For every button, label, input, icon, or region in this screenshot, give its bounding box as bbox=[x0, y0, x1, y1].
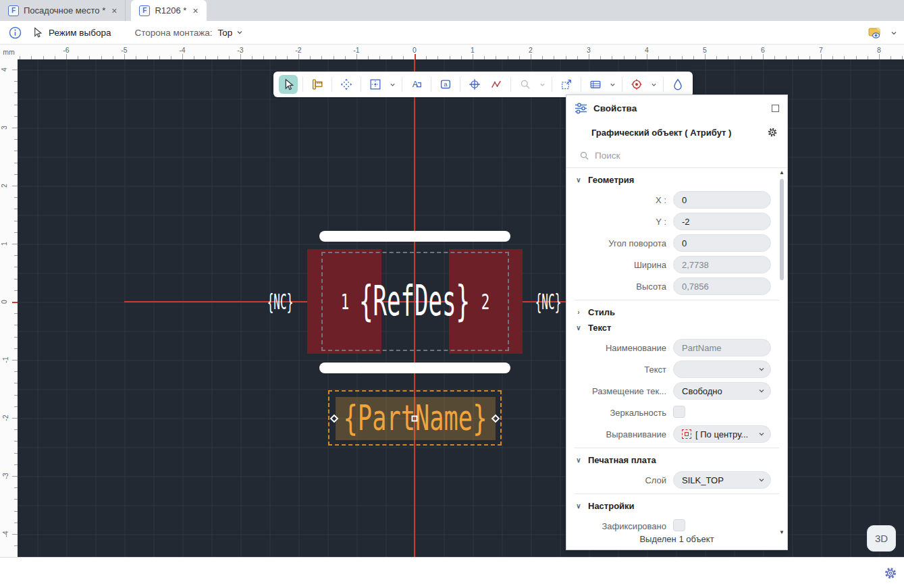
close-tab-icon[interactable]: × bbox=[110, 5, 118, 16]
ruler-tick-label: 3 bbox=[587, 46, 591, 54]
ruler-tick-label: -4 bbox=[179, 46, 185, 54]
refdes-attribute[interactable]: {RefDes} bbox=[359, 276, 470, 325]
attribute-tool[interactable]: a bbox=[436, 75, 455, 94]
info-icon[interactable] bbox=[9, 26, 22, 39]
expand-selection-tool[interactable] bbox=[557, 75, 576, 94]
silkscreen-line-bottom[interactable] bbox=[319, 363, 510, 373]
nc-label-right[interactable]: {NC} bbox=[535, 289, 562, 315]
placement-dropdown[interactable]: Свободно bbox=[673, 382, 771, 400]
section-geometry[interactable]: ∨Геометрия bbox=[566, 168, 787, 189]
layer-label: Слой bbox=[566, 475, 673, 485]
drill-center-tool[interactable] bbox=[627, 75, 646, 94]
text-tool[interactable]: A bbox=[407, 75, 426, 94]
height-input bbox=[673, 277, 771, 295]
section-board[interactable]: ∨Печатная плата bbox=[566, 448, 787, 469]
selected-object-type: Графический объект ( Атрибут ) bbox=[591, 128, 767, 138]
region-tool[interactable] bbox=[366, 75, 385, 94]
mirror-tool[interactable] bbox=[487, 75, 506, 94]
select-mode-icon bbox=[31, 26, 43, 38]
ruler-tick-label: 8 bbox=[877, 46, 881, 54]
origin-tool[interactable] bbox=[465, 75, 484, 94]
align-dropdown[interactable]: [ По центру... bbox=[673, 425, 771, 443]
footprint-doc-icon: F bbox=[139, 5, 150, 16]
toolbar-separator bbox=[361, 77, 361, 92]
y-input[interactable] bbox=[673, 213, 771, 230]
document-tabbar: F Посадочное место * × F R1206 * × bbox=[0, 0, 904, 21]
zoom-menu-chevron[interactable] bbox=[537, 75, 547, 94]
toolbar-separator bbox=[460, 77, 460, 92]
region-menu-chevron[interactable] bbox=[388, 75, 397, 94]
ruler-tick-label: 2 bbox=[0, 184, 8, 188]
chevron-down-icon[interactable] bbox=[890, 30, 897, 36]
ruler-tick-label: -1 bbox=[353, 46, 359, 54]
gear-icon[interactable] bbox=[767, 127, 778, 138]
display-options-icon[interactable] bbox=[868, 26, 882, 40]
toolbar-separator bbox=[331, 77, 332, 92]
svg-text:A: A bbox=[413, 79, 419, 89]
ruler-tick-label: -6 bbox=[63, 46, 69, 54]
chevron-down-icon[interactable] bbox=[236, 29, 243, 36]
scroll-up-icon[interactable]: ▲ bbox=[778, 169, 786, 176]
panel-title: Свойства bbox=[593, 103, 772, 113]
properties-sliders-icon bbox=[575, 103, 587, 114]
tab-r1206[interactable]: F R1206 * × bbox=[131, 0, 206, 21]
ruler-tick-label: -3 bbox=[1, 473, 9, 479]
measure-tool[interactable] bbox=[308, 75, 327, 94]
drill-menu-chevron[interactable] bbox=[649, 75, 658, 94]
nc-label-left[interactable]: {NC} bbox=[267, 289, 294, 315]
move-tool[interactable] bbox=[337, 75, 356, 94]
ruler-horizontal: -6-5-4-3-2-1012345678 bbox=[0, 45, 904, 59]
ruler-tick-label: 0 bbox=[0, 300, 8, 304]
ruler-tick-label: 7 bbox=[819, 46, 823, 54]
3d-view-button[interactable]: 3D bbox=[867, 525, 896, 552]
mount-side-value[interactable]: Top bbox=[218, 28, 233, 38]
editor-toolbar: Режим выбора Сторона монтажа: Top bbox=[0, 21, 904, 45]
x-input[interactable] bbox=[673, 191, 771, 209]
fixed-checkbox[interactable] bbox=[673, 519, 685, 531]
select-mode-label: Режим выбора bbox=[49, 28, 111, 38]
undock-icon[interactable] bbox=[772, 105, 779, 112]
settings-gear-icon[interactable] bbox=[884, 566, 897, 580]
toolbar-separator bbox=[302, 77, 303, 92]
ruler-tick-label: -3 bbox=[237, 46, 243, 54]
selection-handle-center[interactable] bbox=[412, 416, 418, 422]
name-input bbox=[673, 339, 771, 356]
section-settings[interactable]: ∨Настройки bbox=[566, 494, 787, 515]
zoom-tool[interactable] bbox=[516, 75, 535, 94]
ruler-tick-label: -2 bbox=[295, 46, 301, 54]
ruler-tick-label: 1 bbox=[0, 242, 8, 246]
section-text[interactable]: ∨Текст bbox=[566, 321, 787, 337]
selection-status: Выделен 1 объект bbox=[566, 534, 787, 544]
properties-panel: Свойства Графический объект ( Атрибут ) … bbox=[566, 95, 788, 550]
ruler-tick-label: -2 bbox=[1, 415, 9, 421]
silkscreen-line-top[interactable] bbox=[319, 231, 510, 242]
search-icon bbox=[579, 151, 589, 161]
search-input[interactable] bbox=[595, 151, 778, 161]
rotation-input[interactable] bbox=[673, 234, 771, 252]
toolbar-separator bbox=[402, 77, 402, 92]
panel-scrollbar[interactable]: ▲ ▼ bbox=[778, 169, 786, 535]
ruler-vertical: 43210-1-2-3-4 bbox=[0, 59, 18, 557]
teardrop-tool[interactable] bbox=[668, 75, 687, 94]
chevron-down-icon: ∨ bbox=[575, 324, 583, 331]
ruler-tick-label: 0 bbox=[413, 46, 417, 54]
svg-text:a: a bbox=[444, 80, 448, 88]
select-tool[interactable] bbox=[279, 75, 298, 94]
layers-tool[interactable] bbox=[586, 75, 605, 94]
layers-menu-chevron[interactable] bbox=[608, 75, 617, 94]
mirror-checkbox[interactable] bbox=[673, 406, 685, 418]
footprint-doc-icon: F bbox=[8, 5, 19, 16]
text-dropdown[interactable] bbox=[673, 360, 771, 378]
rotation-label: Угол поворота bbox=[566, 238, 673, 248]
section-style[interactable]: ›Стиль bbox=[566, 300, 787, 321]
ruler-tick-label: -5 bbox=[121, 46, 127, 54]
placement-label: Размещение тек... bbox=[566, 386, 673, 396]
close-tab-icon[interactable]: × bbox=[191, 5, 199, 16]
layer-dropdown[interactable]: SILK_TOP bbox=[673, 471, 771, 489]
footprint-editor-window: F Посадочное место * × F R1206 * × Режим… bbox=[0, 0, 904, 588]
tab-footprint[interactable]: F Посадочное место * × bbox=[0, 0, 126, 21]
toolbar-separator bbox=[510, 77, 511, 92]
toolbar-separator bbox=[581, 77, 581, 92]
scrollbar-thumb[interactable] bbox=[780, 179, 784, 280]
ruler-tick-label: 5 bbox=[703, 46, 707, 54]
